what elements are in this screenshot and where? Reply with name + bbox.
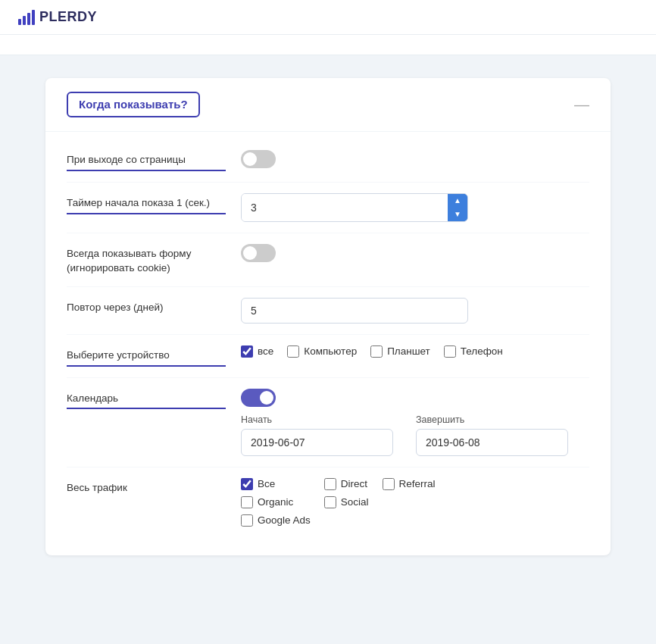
nav-tab-1[interactable] [45, 35, 76, 55]
traffic-organic-checkbox[interactable] [241, 496, 253, 508]
nav-tabs [0, 35, 656, 55]
always-show-row: Всегда показывать форму (игнорировать co… [67, 233, 589, 287]
traffic-all-item[interactable]: Все [241, 478, 311, 490]
exit-row: При выходе со страницы [67, 139, 589, 183]
device-computer-item[interactable]: Компьютер [287, 345, 357, 358]
calendar-content: ✓ Начать Завершить [241, 389, 568, 456]
always-show-toggle[interactable] [241, 244, 276, 262]
traffic-google-ads-label: Google Ads [258, 514, 311, 526]
repeat-control [241, 298, 589, 324]
spinner-down-button[interactable]: ▼ [448, 208, 467, 221]
traffic-organic-item[interactable]: Organic [241, 496, 311, 508]
traffic-all-checkbox[interactable] [241, 478, 253, 490]
always-show-slider [241, 244, 276, 262]
finish-date-input[interactable] [416, 429, 568, 456]
calendar-control: ✓ Начать Завершить [241, 389, 589, 456]
traffic-direct-label: Direct [341, 478, 367, 489]
exit-slider [241, 150, 276, 168]
device-all-checkbox[interactable] [241, 345, 253, 358]
exit-label: При выходе со страницы [67, 150, 226, 171]
repeat-label: Повтор через (дней) [67, 298, 226, 315]
header: PLERDY [0, 0, 656, 35]
timer-input[interactable] [242, 194, 448, 221]
spinner-up-button[interactable]: ▲ [448, 194, 467, 208]
traffic-social-item[interactable]: Social [324, 496, 369, 508]
device-all-item[interactable]: все [241, 345, 273, 358]
logo-bar-1 [18, 19, 21, 25]
nav-tab-2[interactable] [76, 35, 106, 55]
traffic-referral-label: Referral [399, 478, 436, 489]
finish-date-field: Завершить [416, 414, 568, 456]
section-header: Когда показывать? — [45, 78, 611, 132]
logo-bar-2 [23, 16, 26, 25]
logo-bar-4 [32, 10, 35, 25]
main-content: Когда показывать? — При выходе со страни… [0, 55, 656, 571]
device-label: Выберите устройство [67, 345, 226, 367]
finish-date-label: Завершить [416, 414, 568, 425]
device-tablet-checkbox[interactable] [370, 345, 383, 358]
traffic-organic-label: Organic [258, 496, 293, 508]
start-date-input[interactable] [241, 429, 393, 456]
device-checkbox-group: все Компьютер Планшет Телефон [241, 345, 503, 358]
always-show-label: Всегда показывать форму (игнорировать co… [67, 244, 226, 276]
traffic-row: Весь трафик Все Direct Refer [67, 467, 589, 537]
spinner-buttons: ▲ ▼ [448, 194, 467, 221]
traffic-social-checkbox[interactable] [324, 496, 336, 508]
timer-control: ▲ ▼ [241, 193, 589, 222]
traffic-label: Весь трафик [67, 478, 226, 496]
calendar-toggle-row: ✓ [241, 389, 568, 407]
section-title: Когда показывать? [79, 98, 188, 111]
date-row: Начать Завершить [241, 414, 568, 456]
section-card: Когда показывать? — При выходе со страни… [45, 78, 611, 555]
device-tablet-item[interactable]: Планшет [370, 345, 430, 358]
device-phone-checkbox[interactable] [444, 345, 456, 358]
traffic-grid: Все Direct Referral Organic [241, 478, 436, 527]
logo-bar-3 [27, 13, 30, 25]
traffic-control: Все Direct Referral Organic [241, 478, 589, 527]
nav-tab-3[interactable] [106, 35, 136, 55]
timer-label: Таймер начала показа 1 (сек.) [67, 193, 226, 214]
repeat-row: Повтор через (дней) [67, 287, 589, 335]
logo: PLERDY [18, 9, 97, 25]
traffic-direct-checkbox[interactable] [324, 478, 336, 490]
traffic-direct-item[interactable]: Direct [324, 478, 369, 490]
calendar-check-icon: ✓ [264, 392, 272, 403]
device-phone-label: Телефон [461, 345, 503, 357]
exit-toggle[interactable] [241, 150, 276, 168]
section-title-box: Когда показывать? [67, 92, 200, 117]
logo-text: PLERDY [39, 9, 97, 25]
timer-input-wrapper: ▲ ▼ [241, 193, 468, 222]
device-computer-checkbox[interactable] [287, 345, 299, 358]
calendar-row: Календарь ✓ Начать [67, 378, 589, 467]
repeat-input[interactable] [241, 298, 468, 324]
traffic-google-ads-item[interactable]: Google Ads [241, 514, 311, 527]
exit-control [241, 150, 589, 168]
device-computer-label: Компьютер [304, 345, 357, 357]
traffic-referral-item[interactable]: Referral [383, 478, 436, 490]
device-all-label: все [258, 345, 273, 357]
calendar-label: Календарь [67, 389, 226, 410]
device-control: все Компьютер Планшет Телефон [241, 345, 589, 358]
timer-row: Таймер начала показа 1 (сек.) ▲ ▼ [67, 183, 589, 233]
start-date-field: Начать [241, 414, 393, 456]
device-row: Выберите устройство все Компьютер [67, 335, 589, 378]
traffic-google-ads-checkbox[interactable] [241, 514, 253, 527]
device-tablet-label: Планшет [387, 345, 430, 357]
collapse-button[interactable]: — [574, 97, 589, 112]
traffic-social-label: Social [341, 496, 369, 508]
traffic-all-label: Все [258, 478, 275, 489]
section-body: При выходе со страницы Таймер начала пок… [45, 132, 611, 555]
device-phone-item[interactable]: Телефон [444, 345, 503, 358]
logo-icon [18, 10, 35, 25]
calendar-toggle[interactable]: ✓ [241, 389, 276, 407]
traffic-referral-checkbox[interactable] [383, 478, 395, 490]
start-date-label: Начать [241, 414, 393, 425]
always-show-control [241, 244, 589, 262]
